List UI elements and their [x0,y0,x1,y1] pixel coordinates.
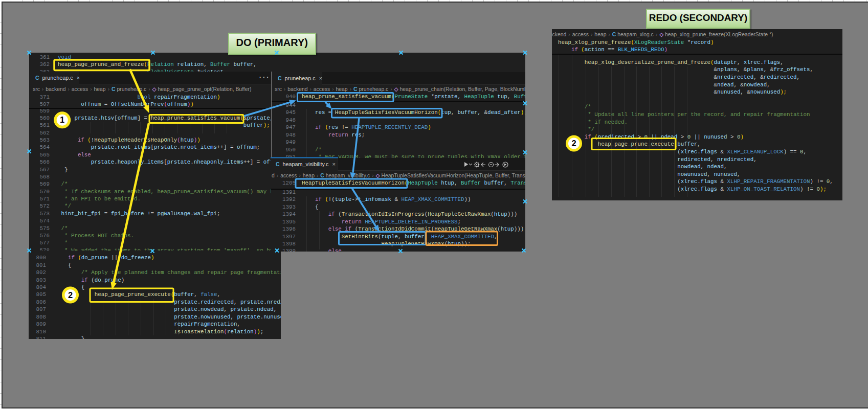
svg-text:2: 2 [571,139,576,148]
svg-text:1: 1 [60,115,64,124]
svg-text:2: 2 [68,290,73,300]
